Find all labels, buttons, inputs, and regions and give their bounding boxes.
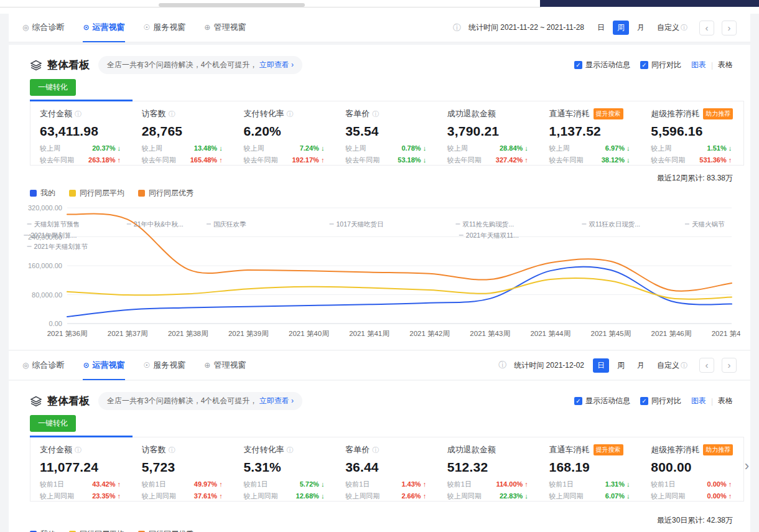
metric-card-zhitongche-cost[interactable]: 直通车消耗提升搜索1,137.52较上周6.97% ↓较去年同期38.12% ↓ (540, 101, 642, 172)
tab-management[interactable]: ⊕管理视窗 (204, 351, 246, 380)
compare-row: 较前1日1.43% ↑ (345, 478, 426, 490)
promo-badge[interactable]: 提升搜索 (594, 108, 623, 119)
range-custom-button[interactable]: 自定义ⓘ (653, 358, 692, 373)
info-icon[interactable]: ⓘ (453, 22, 461, 34)
compare-label: 较上周 (447, 142, 468, 154)
period-total-label: 最近12周累计: 83.38万 (657, 173, 733, 184)
x-tick-label: 2021 第42周 (409, 330, 450, 337)
one-key-convert-button[interactable]: 一键转化 (30, 79, 76, 96)
compare-label: 较前1日 (243, 478, 268, 490)
info-icon[interactable]: ⓘ (498, 360, 506, 371)
metric-value: 35.54 (345, 124, 434, 139)
legend-label: 同行同层平均 (80, 529, 124, 532)
prev-period-button[interactable]: ‹ (699, 358, 714, 373)
checkbox-label: 同行对比 (651, 396, 681, 406)
tab-diagnosis[interactable]: ◎综合诊断 (22, 351, 64, 380)
info-icon[interactable]: ⓘ (75, 110, 81, 119)
compare-value: 6.07% ↓ (605, 490, 630, 502)
metric-card-visitors[interactable]: 访客数ⓘ28,765较上周13.48% ↓较去年同期165.48% ↑ (133, 101, 235, 172)
metric-card-visitors[interactable]: 访客数ⓘ5,723较前1日49.97% ↑较上周同期37.61% ↑ (133, 437, 235, 508)
prev-period-button[interactable]: ‹ (699, 21, 714, 35)
metric-card-avg-order-value[interactable]: 客单价ⓘ35.54较上周0.78% ↓较去年同期53.18% ↓ (336, 101, 438, 172)
metric-card-payment-amount[interactable]: 支付金额ⓘ11,077.24较前1日43.42% ↑较上周同期23.35% ↑ (30, 437, 133, 508)
x-tick-label: 2021 第40周 (289, 330, 329, 337)
stat-time-label: 统计时间 2021-12-02 (514, 360, 584, 371)
metric-card-super-recommend-cost[interactable]: 超级推荐消耗助力推荐5,596.16较上周1.51% ↓较去年同期531.36%… (641, 101, 743, 172)
chart-legend: 我的同行同层平均同行同层优秀 (30, 188, 193, 198)
metrics-next-arrow[interactable]: › (745, 458, 749, 474)
legend-item[interactable]: 同行同层优秀 (138, 529, 193, 532)
promo-badge[interactable]: 助力推荐 (703, 444, 733, 455)
compare-value: 20.37% ↓ (92, 142, 121, 154)
event-annotation: 2021年聚划算... (30, 231, 77, 239)
metric-value: 512.32 (447, 460, 536, 475)
metric-title: 客单价 (345, 108, 370, 119)
metric-card-avg-order-value[interactable]: 客单价ⓘ36.44较前1日1.43% ↑较上周同期2.66% ↑ (336, 437, 438, 508)
metric-card-refund-amount[interactable]: 成功退款金额512.32较前1日114.00% ↑较上周同期22.83% ↓ (438, 437, 540, 508)
date-range-group: 日周月自定义ⓘ (593, 358, 692, 373)
info-icon[interactable]: ⓘ (75, 446, 81, 455)
tab-service[interactable]: ☉服务视窗 (144, 14, 186, 42)
promo-badge[interactable]: 助力推荐 (703, 108, 733, 119)
legend-item[interactable]: 同行同层平均 (69, 188, 124, 198)
legend-item[interactable]: 我的 (30, 529, 55, 532)
view-table-link[interactable]: 表格 (718, 60, 733, 70)
range-day-button[interactable]: 日 (593, 21, 609, 35)
range-month-button[interactable]: 月 (633, 21, 649, 35)
legend-item[interactable]: 同行同层平均 (69, 529, 124, 532)
metric-card-zhitongche-cost[interactable]: 直通车消耗提升搜索168.19较前1日1.31% ↓较上周同期6.07% ↓ (540, 437, 642, 508)
notice-link[interactable]: 立即查看 › (259, 60, 294, 69)
info-icon[interactable]: ⓘ (372, 110, 379, 119)
info-icon[interactable]: ⓘ (372, 446, 379, 455)
metric-card-super-recommend-cost[interactable]: 超级推荐消耗助力推荐800.00较前1日0.00% ↑较上周同期0.00% ↑ (641, 437, 743, 508)
one-key-convert-button[interactable]: 一键转化 (30, 415, 76, 432)
next-period-button[interactable]: › (722, 21, 737, 35)
view-chart-link[interactable]: 图表 (691, 60, 706, 70)
metric-card-conversion-rate[interactable]: 支付转化率ⓘ5.31%较前1日5.72% ↓较上周同期12.68% ↓ (234, 437, 336, 508)
metric-title: 访客数 (142, 108, 166, 119)
range-week-button[interactable]: 周 (613, 358, 629, 373)
next-period-button[interactable]: › (722, 358, 737, 373)
tab-service[interactable]: ☉服务视窗 (144, 351, 186, 380)
compare-row: 较上周同期23.35% ↑ (40, 490, 121, 502)
compare-value: 1.43% ↑ (401, 478, 426, 490)
legend-item[interactable]: 我的 (30, 188, 55, 198)
y-tick-label: 80,000.00 (32, 291, 62, 299)
legend-item[interactable]: 同行同层优秀 (138, 188, 193, 198)
info-icon[interactable]: ⓘ (286, 446, 293, 455)
compare-label: 较前1日 (447, 478, 472, 490)
legend-swatch (138, 190, 145, 197)
promo-badge[interactable]: 提升搜索 (594, 444, 623, 455)
range-month-button[interactable]: 月 (633, 358, 649, 373)
info-icon[interactable]: ⓘ (169, 446, 175, 455)
compare-value: 0.78% ↓ (401, 142, 426, 154)
compare-row: 较前1日43.42% ↑ (40, 478, 121, 490)
compare-value: 37.61% ↑ (194, 490, 223, 502)
board-title: 整体看板 (47, 394, 90, 408)
compare-value: 2.66% ↑ (401, 490, 426, 502)
notice-link[interactable]: 立即查看 › (259, 396, 294, 405)
range-day-button[interactable]: 日 (593, 358, 609, 373)
view-chart-link[interactable]: 图表 (691, 396, 706, 406)
metric-card-payment-amount[interactable]: 支付金额ⓘ63,411.98较上周20.37% ↓较去年同期263.18% ↑ (30, 101, 133, 172)
view-table-link[interactable]: 表格 (718, 396, 733, 406)
tab-operations[interactable]: ⊙运营视窗 (83, 14, 124, 42)
range-week-button[interactable]: 周 (613, 21, 629, 35)
info-icon[interactable]: ⓘ (169, 110, 175, 119)
checkbox-show-activity[interactable]: ✓ 显示活动信息 (574, 396, 630, 406)
info-icon[interactable]: ⓘ (286, 110, 293, 119)
tab-operations[interactable]: ⊙运营视窗 (83, 351, 124, 380)
metric-value: 5.31% (243, 460, 332, 475)
board-header: 整体看板 全店一共有3个问题待解决，4个机会可提升， 立即查看 › ✓ 显示活动… (30, 392, 733, 410)
board-header-options: ✓ 显示活动信息 ✓ 同行对比 图表 | 表格 (574, 60, 733, 70)
management-tab-icon: ⊕ (204, 23, 210, 32)
metric-value: 1,137.52 (549, 124, 638, 139)
tab-diagnosis[interactable]: ◎综合诊断 (22, 14, 64, 42)
checkbox-show-activity[interactable]: ✓ 显示活动信息 (574, 60, 630, 70)
checkbox-peer-compare[interactable]: ✓ 同行对比 (640, 60, 681, 70)
range-custom-button[interactable]: 自定义ⓘ (653, 21, 692, 35)
metric-card-refund-amount[interactable]: 成功退款金额3,790.21较上周28.84% ↓较去年同期327.42% ↑ (438, 101, 540, 172)
checkbox-peer-compare[interactable]: ✓ 同行对比 (640, 396, 681, 406)
tab-management[interactable]: ⊕管理视窗 (204, 14, 246, 42)
metric-card-conversion-rate[interactable]: 支付转化率ⓘ6.20%较上周7.24% ↓较去年同期192.17% ↑ (234, 101, 336, 172)
